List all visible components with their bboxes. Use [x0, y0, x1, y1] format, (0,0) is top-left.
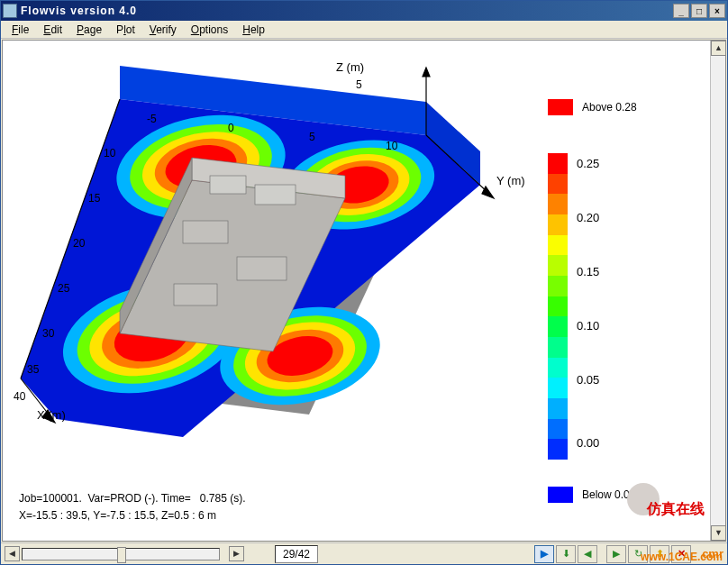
scroll-up-button[interactable]: ▲: [711, 41, 726, 56]
y-tick: -5: [147, 113, 157, 125]
x-tick-40: 40: [14, 390, 25, 403]
legend-above-label: Above 0.28: [582, 101, 637, 114]
x-tick: 10: [104, 147, 115, 159]
titlebar: Flowvis version 4.0 _ □ ×: [1, 1, 727, 21]
legend-below: Below 0.00: [548, 487, 635, 503]
menu-help[interactable]: Help: [235, 22, 272, 38]
y-tick: 0: [228, 122, 234, 134]
menu-plot[interactable]: Plot: [109, 22, 142, 38]
svg-rect-31: [174, 284, 217, 305]
plot-area: Z (m) 5 Y (m) X (m) 40 10 15 20 25 30 35…: [3, 41, 710, 541]
prev-button[interactable]: ◀: [578, 545, 597, 563]
legend-above: Above 0.28: [548, 99, 683, 115]
vertical-scrollbar[interactable]: ▲ ▼: [710, 41, 725, 541]
y-axis-label: Y (m): [496, 174, 525, 187]
slider-thumb[interactable]: [117, 547, 126, 563]
z-axis-label: Z (m): [336, 60, 364, 74]
scroll-left-button[interactable]: ◀: [5, 546, 20, 561]
x-axis-label: X (m): [37, 408, 66, 422]
scroll-down-button[interactable]: ▼: [711, 525, 726, 541]
y-tick: 10: [386, 140, 397, 152]
legend: Above 0.28: [548, 99, 683, 121]
next-button[interactable]: ▶: [606, 545, 626, 563]
isometric-scene: [3, 41, 561, 464]
insert-button[interactable]: ⬇: [556, 545, 576, 563]
x-tick: 25: [58, 282, 69, 295]
menubar: File Edit Page Plot Verify Options Help: [1, 21, 727, 39]
close-button[interactable]: ×: [709, 4, 725, 18]
menu-file[interactable]: File: [5, 22, 36, 38]
scroll-track[interactable]: [711, 56, 725, 525]
canvas[interactable]: Z (m) 5 Y (m) X (m) 40 10 15 20 25 30 35…: [3, 41, 710, 541]
workspace: Z (m) 5 Y (m) X (m) 40 10 15 20 25 30 35…: [2, 40, 726, 542]
svg-rect-30: [237, 257, 287, 280]
svg-rect-29: [183, 221, 228, 243]
play-button[interactable]: ▶: [534, 545, 554, 563]
cbar-tick: 0.20: [577, 211, 599, 224]
window-title: Flowvis version 4.0: [21, 5, 673, 17]
cbar-tick: 0.10: [577, 319, 599, 333]
swatch-above: [548, 99, 573, 115]
menu-page[interactable]: Page: [69, 22, 109, 38]
svg-rect-27: [210, 176, 246, 194]
x-tick: 15: [88, 192, 100, 205]
menu-options[interactable]: Options: [184, 22, 235, 38]
colorbar: [548, 153, 568, 460]
maximize-button[interactable]: □: [691, 4, 707, 18]
status-text: Job=100001. Var=PROD (-). Time= 0.785 (s…: [19, 490, 246, 524]
app-window: Flowvis version 4.0 _ □ × File Edit Page…: [0, 0, 728, 565]
cbar-tick: 0.25: [577, 157, 599, 170]
svg-marker-33: [423, 68, 430, 77]
minimize-button[interactable]: _: [673, 4, 689, 18]
z-tick: 5: [356, 78, 362, 91]
bottom-toolbar: ◀ ▶ 29/42 ▶ ⬇ ◀ ▶ ↻ ⬆ ✕ cmr www.1CAE.com: [1, 542, 727, 564]
x-tick: 35: [27, 363, 39, 376]
watermark-url: www.1CAE.com: [641, 551, 723, 563]
page-slider[interactable]: [22, 548, 220, 560]
menu-verify[interactable]: Verify: [142, 22, 184, 38]
scroll-right-button[interactable]: ▶: [229, 546, 244, 561]
y-tick: 5: [309, 131, 315, 143]
colorbar-labels: 0.25 0.20 0.15 0.10 0.05 0.00: [577, 150, 631, 465]
x-tick: 20: [73, 237, 85, 250]
page-indicator: 29/42: [275, 545, 318, 563]
svg-rect-28: [255, 185, 296, 205]
cbar-tick: 0.15: [577, 265, 599, 278]
x-tick: 30: [42, 327, 54, 340]
window-buttons: _ □ ×: [673, 4, 725, 18]
cbar-tick: 0.00: [577, 436, 599, 450]
swatch-below: [548, 487, 573, 503]
app-icon: [3, 4, 17, 18]
menu-edit[interactable]: Edit: [36, 22, 69, 38]
watermark-main: 仿真在线: [647, 500, 705, 519]
cbar-tick: 0.05: [577, 373, 599, 387]
